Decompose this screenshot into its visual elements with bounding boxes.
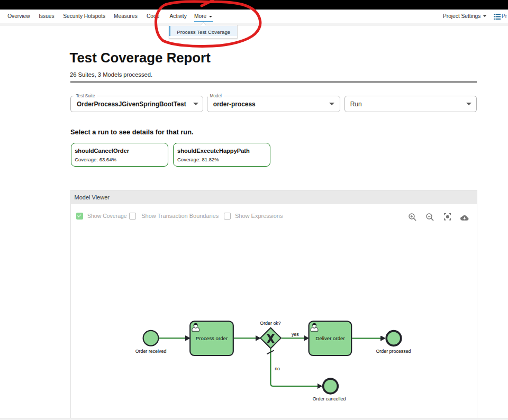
svg-text:Process order: Process order [196, 335, 228, 341]
svg-text:Order cancelled: Order cancelled [313, 396, 346, 401]
svg-text:yes: yes [292, 332, 299, 337]
svg-text:Order ok?: Order ok? [260, 321, 281, 326]
svg-text:no: no [275, 366, 280, 371]
svg-text:Deliver order: Deliver order [315, 335, 345, 341]
svg-text:Order processed: Order processed [376, 349, 411, 354]
svg-text:Order received: Order received [135, 349, 167, 354]
